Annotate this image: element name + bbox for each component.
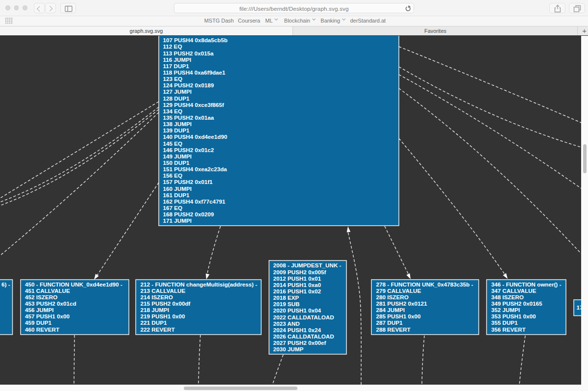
svg-text:124 PUSH2 0x0189: 124 PUSH2 0x0189 xyxy=(163,82,214,88)
svg-text:2020 PUSH1 0x04: 2020 PUSH1 0x04 xyxy=(273,307,321,313)
svg-text:355 DUP1: 355 DUP1 xyxy=(491,319,518,326)
svg-text:2014 PUSH1 0xa0: 2014 PUSH1 0xa0 xyxy=(273,282,321,288)
svg-text:2008 - JUMPDEST_UNK -: 2008 - JUMPDEST_UNK - xyxy=(273,262,342,268)
svg-text:123 EQ: 123 EQ xyxy=(163,76,183,82)
svg-text:2009 PUSH2 0x005f: 2009 PUSH2 0x005f xyxy=(273,269,326,275)
svg-text:285 PUSH1 0x00: 285 PUSH1 0x00 xyxy=(376,313,421,319)
svg-text:162 PUSH4 0xf77c4791: 162 PUSH4 0xf77c4791 xyxy=(163,198,226,205)
svg-text:2018 EXP: 2018 EXP xyxy=(273,294,299,301)
svg-text:280 ISZERO: 280 ISZERO xyxy=(376,294,409,300)
svg-text:349 PUSH2 0x0165: 349 PUSH2 0x0165 xyxy=(491,300,542,307)
svg-text:2026 CALLDATALOAD: 2026 CALLDATALOAD xyxy=(273,333,334,339)
svg-text:2024 PUSH1 0x24: 2024 PUSH1 0x24 xyxy=(273,327,321,333)
svg-text:451 CALLVALUE: 451 CALLVALUE xyxy=(25,287,70,294)
svg-text:219 PUSH1 0x00: 219 PUSH1 0x00 xyxy=(141,313,185,319)
svg-text:460 REVERT: 460 REVERT xyxy=(25,326,60,333)
svg-text:212 - FUNCTION changeMultisig(: 212 - FUNCTION changeMultisig(address) - xyxy=(141,281,257,287)
svg-text:135 PUSH2 0x01aa: 135 PUSH2 0x01aa xyxy=(163,114,214,121)
svg-text:167 EQ: 167 EQ xyxy=(163,205,183,211)
svg-text:221 DUP1: 221 DUP1 xyxy=(141,319,167,326)
svg-text:2030 JUMP: 2030 JUMP xyxy=(273,346,304,352)
svg-text:356 REVERT: 356 REVERT xyxy=(491,326,526,333)
svg-text:151 PUSH4 0xea2c23da: 151 PUSH4 0xea2c23da xyxy=(163,166,227,172)
svg-text:2023 AND: 2023 AND xyxy=(273,320,300,327)
svg-text:116 JUMPI: 116 JUMPI xyxy=(163,56,192,63)
svg-text:348 ISZERO: 348 ISZERO xyxy=(491,294,524,300)
svg-text:347 CALLVALUE: 347 CALLVALUE xyxy=(491,287,537,294)
svg-text:457 PUSH1 0x00: 457 PUSH1 0x00 xyxy=(25,313,70,319)
svg-text:453 PUSH2 0x01cd: 453 PUSH2 0x01cd xyxy=(25,300,76,307)
svg-text:352 JUMPI: 352 JUMPI xyxy=(491,307,520,313)
svg-text:156 EQ: 156 EQ xyxy=(163,172,183,179)
svg-text:128 DUP1: 128 DUP1 xyxy=(163,95,190,102)
svg-text:2027 PUSH2 0x00ef: 2027 PUSH2 0x00ef xyxy=(273,339,326,346)
svg-text:127 JUMPI: 127 JUMPI xyxy=(163,88,192,95)
svg-text:107 PUSH4 0x8da5cb5b: 107 PUSH4 0x8da5cb5b xyxy=(163,37,228,43)
svg-text:218 JUMPI: 218 JUMPI xyxy=(141,307,169,313)
svg-text:146 PUSH2 0x01c2: 146 PUSH2 0x01c2 xyxy=(163,147,214,153)
svg-text:118 PUSH4 0xa6f9dae1: 118 PUSH4 0xa6f9dae1 xyxy=(163,69,226,76)
svg-text:129 PUSH4 0xce3f865f: 129 PUSH4 0xce3f865f xyxy=(163,102,224,108)
svg-text:139 DUP1: 139 DUP1 xyxy=(163,127,190,133)
svg-text:117 DUP1: 117 DUP1 xyxy=(163,63,190,69)
svg-text:284 JUMPI: 284 JUMPI xyxy=(376,307,405,313)
svg-text:459 DUP1: 459 DUP1 xyxy=(25,319,51,326)
svg-text:2019 SUB: 2019 SUB xyxy=(273,301,300,307)
svg-text:288 REVERT: 288 REVERT xyxy=(376,326,411,333)
svg-text:150 DUP1: 150 DUP1 xyxy=(163,159,190,166)
svg-text:2012 PUSH1 0x01: 2012 PUSH1 0x01 xyxy=(273,275,321,282)
svg-text:157 PUSH2 0x01f1: 157 PUSH2 0x01f1 xyxy=(163,179,213,185)
svg-text:278 - FUNCTION UNK_0x4783c35b: 278 - FUNCTION UNK_0x4783c35b - xyxy=(376,281,473,287)
svg-text:149 JUMPI: 149 JUMPI xyxy=(163,153,192,159)
svg-text:140 PUSH4 0xd4ee1d90: 140 PUSH4 0xd4ee1d90 xyxy=(163,133,228,140)
svg-text:450 - FUNCTION UNK_0xd4ee1d90: 450 - FUNCTION UNK_0xd4ee1d90 - xyxy=(25,281,122,287)
svg-text:6) -: 6) - xyxy=(1,281,10,287)
svg-text:353 PUSH1 0x00: 353 PUSH1 0x00 xyxy=(491,313,536,319)
svg-text:287 DUP1: 287 DUP1 xyxy=(376,319,403,326)
svg-text:112 EQ: 112 EQ xyxy=(163,43,182,50)
svg-text:215 PUSH2 0x00df: 215 PUSH2 0x00df xyxy=(141,300,191,307)
svg-text:452 ISZERO: 452 ISZERO xyxy=(25,294,57,300)
svg-text:222 REVERT: 222 REVERT xyxy=(141,326,175,333)
svg-text:161 DUP1: 161 DUP1 xyxy=(163,192,190,198)
svg-text:145 EQ: 145 EQ xyxy=(163,140,183,147)
svg-text:171 JUMPI: 171 JUMPI xyxy=(163,217,192,224)
svg-text:456 JUMPI: 456 JUMPI xyxy=(25,307,53,313)
svg-text:168 PUSH2 0x0209: 168 PUSH2 0x0209 xyxy=(163,211,214,217)
svg-text:346 - FUNCTION owner() -: 346 - FUNCTION owner() - xyxy=(491,281,562,287)
svg-text:2022 CALLDATALOAD: 2022 CALLDATALOAD xyxy=(273,314,334,320)
svg-text:214 ISZERO: 214 ISZERO xyxy=(141,294,173,300)
svg-text:281 PUSH2 0x0121: 281 PUSH2 0x0121 xyxy=(376,300,427,307)
svg-text:2016 PUSH1 0x02: 2016 PUSH1 0x02 xyxy=(273,288,321,294)
svg-text:138 JUMPI: 138 JUMPI xyxy=(163,121,192,127)
svg-text:134 EQ: 134 EQ xyxy=(163,108,183,114)
svg-text:213 CALLVALUE: 213 CALLVALUE xyxy=(141,287,186,294)
svg-text:113 PUSH2 0x015a: 113 PUSH2 0x015a xyxy=(163,50,214,56)
svg-text:279 CALLVALUE: 279 CALLVALUE xyxy=(376,287,421,294)
svg-text:160 JUMPI: 160 JUMPI xyxy=(163,185,192,192)
